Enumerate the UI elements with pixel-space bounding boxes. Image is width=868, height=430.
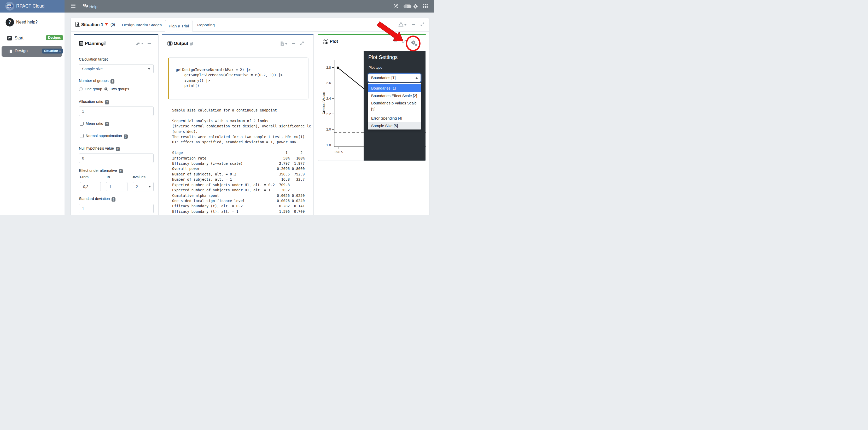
- help-bubbles-icon: ?: [83, 4, 88, 10]
- sidebar-divider: [1, 31, 63, 31]
- plot-settings-gears-icon[interactable]: [411, 40, 418, 48]
- card-expand-icon[interactable]: [420, 22, 425, 27]
- warnings-caret-icon[interactable]: [404, 24, 406, 27]
- effect-from-input[interactable]: 0,2: [80, 182, 101, 191]
- apps-grid-icon[interactable]: [423, 4, 428, 9]
- svg-text:2.0: 2.0: [326, 127, 331, 131]
- r-code-block: getDesignInverseNormal(kMax = 2) |> getS…: [168, 58, 309, 99]
- radio-two-groups[interactable]: [104, 87, 108, 91]
- plot-type-label: Plot type: [369, 66, 382, 69]
- wrench-caret-icon[interactable]: [141, 43, 144, 45]
- export-file-icon[interactable]: [280, 41, 284, 47]
- r-code: getDesignInverseNormal(kMax = 2) |> getS…: [169, 58, 309, 89]
- svg-text:Cloud: Cloud: [6, 6, 11, 9]
- plot-panel: Plot Critical Value 2.8 2.6: [318, 34, 426, 161]
- allocation-ratio-input[interactable]: 1: [79, 106, 154, 116]
- help-icon[interactable]: ?: [116, 147, 120, 151]
- plot-expand-icon[interactable]: [402, 39, 406, 45]
- help-label: Help: [89, 4, 97, 9]
- fullscreen-icon[interactable]: [393, 4, 398, 10]
- export-caret-icon[interactable]: [285, 43, 287, 46]
- help-icon[interactable]: ?: [111, 79, 115, 84]
- sidebar-item-design[interactable]: Design Situation 1: [2, 46, 62, 57]
- chevron-up-icon: [415, 76, 418, 78]
- planning-header-divider: [74, 54, 158, 54]
- null-hypothesis-label: Null hypothesis value?: [79, 146, 120, 151]
- svg-text:2.8: 2.8: [326, 66, 331, 69]
- plot-type-dropdown: Boundaries [1] Boundaries Effect Scale […: [368, 83, 421, 130]
- r-logo-icon: R: [167, 41, 173, 47]
- heart-icon[interactable]: ♥: [105, 21, 108, 27]
- need-help-label: Need help?: [16, 20, 38, 25]
- plot-title: Plot: [330, 39, 338, 44]
- warnings-icon[interactable]: [398, 22, 404, 28]
- radio-one-group[interactable]: [79, 87, 83, 91]
- light-mode-sun-icon[interactable]: [413, 4, 418, 10]
- mean-ratio-checkbox[interactable]: [80, 122, 84, 126]
- option-boundaries[interactable]: Boundaries [1]: [368, 84, 421, 92]
- planning-panel: Planning Calculation target Sample size …: [74, 34, 159, 215]
- help-icon[interactable]: ?: [105, 100, 109, 104]
- tab-reporting[interactable]: Reporting: [193, 20, 218, 30]
- plot-settings-panel: Plot Settings Plot type Boundaries [1] B…: [364, 51, 426, 161]
- help-icon[interactable]: ?: [124, 134, 128, 139]
- effect-under-alternative-label: Effect under alternative?: [79, 168, 123, 173]
- hamburger-menu-icon[interactable]: [71, 4, 75, 8]
- sidebar-header: PACTCloud RPACT Cloud: [0, 0, 64, 12]
- number-of-groups-label: Number of groups?: [79, 78, 115, 84]
- help-icon[interactable]: ?: [112, 197, 116, 202]
- svg-text:2.4: 2.4: [326, 97, 331, 101]
- svg-text:?: ?: [8, 19, 11, 25]
- option-boundaries-effect-scale[interactable]: Boundaries Effect Scale [2]: [368, 92, 421, 99]
- plot-settings-title: Plot Settings: [368, 54, 398, 60]
- option-error-spending[interactable]: Error Spending [4]: [368, 114, 421, 122]
- planning-minimize-icon[interactable]: [148, 43, 151, 44]
- situation-title: Situation 1: [81, 22, 103, 27]
- card-minimize-icon[interactable]: [412, 24, 415, 25]
- start-label: Start: [14, 36, 24, 40]
- option-sample-size[interactable]: Sample Size [5]: [368, 122, 421, 130]
- standard-deviation-input[interactable]: 1: [79, 204, 154, 213]
- option-boundaries-p-values-scale[interactable]: Boundaries p Values Scale [3]: [368, 99, 421, 114]
- design-label: Design: [14, 48, 28, 53]
- design-icon: [7, 49, 12, 55]
- plot-type-select[interactable]: Boundaries [1]: [368, 73, 421, 82]
- calculation-target-select[interactable]: Sample size: [79, 64, 154, 73]
- copy-icon[interactable]: [189, 41, 193, 47]
- null-hypothesis-input[interactable]: 0: [79, 154, 154, 163]
- help-icon[interactable]: ?: [105, 122, 109, 126]
- start-icon: [7, 36, 12, 41]
- rpact-cloud-app: ? Help PACTCloud RPACT Cloud ? Need help…: [0, 0, 434, 215]
- sidebar-item-start[interactable]: Start Designs: [0, 34, 64, 46]
- planning-accent: [74, 34, 158, 35]
- output-minimize-icon[interactable]: [292, 43, 295, 44]
- copy-icon[interactable]: [102, 41, 106, 47]
- rpact-logo: PACTCloud: [5, 2, 14, 12]
- output-panel: R Output getDesignInverseNormal(kMax = 2…: [162, 34, 314, 215]
- tab-design-interim-stages[interactable]: Design Interim Stages: [123, 20, 161, 30]
- r-output-text: Sample size calculation for a continuous…: [172, 107, 311, 214]
- need-help-link[interactable]: ? Need help?: [0, 18, 64, 31]
- normal-approximation-checkbox[interactable]: [80, 134, 84, 138]
- chevron-down-icon: [148, 68, 150, 71]
- from-label: From: [80, 175, 89, 179]
- effect-to-input[interactable]: 1: [106, 182, 127, 191]
- toggle-knob: [404, 5, 407, 8]
- allocation-ratio-label: Allocation ratio?: [79, 99, 109, 104]
- wrench-icon[interactable]: [136, 42, 140, 47]
- boundary-line: [338, 68, 365, 90]
- y-axis-label: Critical Value: [322, 92, 326, 114]
- theme-toggle-switch[interactable]: [404, 4, 411, 9]
- plot-minimize-icon[interactable]: [394, 41, 397, 42]
- chevron-down-icon: [149, 186, 151, 189]
- help-menu[interactable]: ? Help: [83, 4, 97, 10]
- tab-plan-a-trial[interactable]: Plan a Trial: [165, 20, 193, 32]
- output-expand-icon[interactable]: [300, 41, 304, 46]
- help-icon[interactable]: ?: [119, 169, 123, 173]
- plot-chart-icon: [323, 39, 328, 45]
- effect-values-select[interactable]: 2: [133, 182, 154, 191]
- sidebar: ? Need help? Start Designs Design Situat…: [0, 12, 64, 215]
- favorites-count: (0): [111, 23, 115, 27]
- x-tick-label: 396.5: [335, 150, 343, 154]
- svg-text:R: R: [168, 42, 172, 46]
